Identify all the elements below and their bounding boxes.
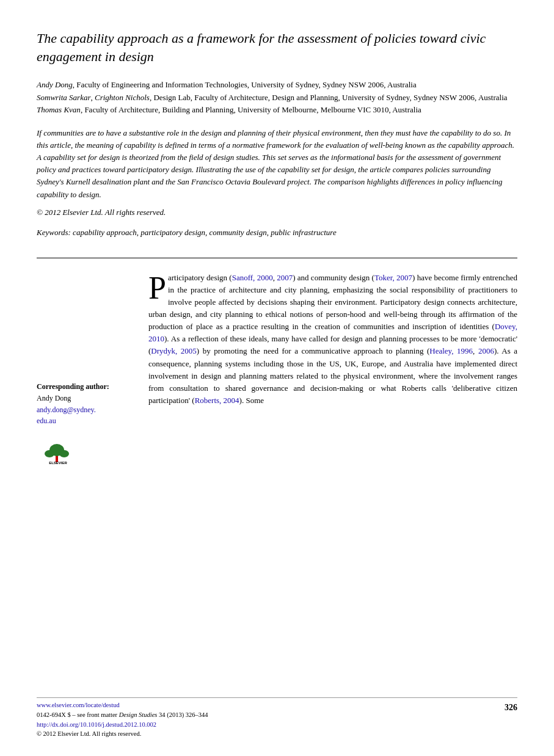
ref-sanoff-2007[interactable]: 2007 <box>277 273 293 282</box>
keywords-label: Keywords: <box>37 228 73 237</box>
drop-cap-letter: P <box>148 272 168 302</box>
footer-left: www.elsevier.com/locate/destud 0142-694X… <box>37 700 208 739</box>
ref-drydyk-2005[interactable]: Drydyk, 2005 <box>151 346 197 355</box>
two-column-layout: Corresponding author: Andy Dong andy.don… <box>37 272 517 465</box>
author-1-affiliation: , Faculty of Engineering and Information… <box>73 80 417 89</box>
ref-healey-1996[interactable]: Healey, 1996 <box>429 346 473 355</box>
corresponding-email: andy.dong@sydney.edu.au <box>37 405 131 426</box>
keywords-values: capability approach, participatory desig… <box>73 228 337 237</box>
footer-divider <box>37 697 517 698</box>
keywords-text: Keywords: capability approach, participa… <box>37 227 517 239</box>
authors-block: Andy Dong, Faculty of Engineering and In… <box>37 79 517 115</box>
footer-content: www.elsevier.com/locate/destud 0142-694X… <box>37 700 517 739</box>
footer-copyright: © 2012 Elsevier Ltd. All rights reserved… <box>37 729 208 739</box>
ref-sanoff-2000[interactable]: Sanoff, 2000 <box>232 273 273 282</box>
author-3-name: Crighton Nichols <box>95 93 150 102</box>
corresponding-email-link[interactable]: andy.dong@sydney.edu.au <box>37 405 96 424</box>
elsevier-logo-svg: ELSEVIER <box>37 438 79 465</box>
corresponding-block: Corresponding author: Andy Dong andy.don… <box>37 382 131 427</box>
ref-dovey-2010[interactable]: Dovey, 2010 <box>148 322 517 343</box>
author-2-3-affiliation: , Design Lab, Faculty of Architecture, D… <box>150 93 508 102</box>
ref-roberts-2004[interactable]: Roberts, 2004 <box>195 396 239 405</box>
section-divider <box>37 258 517 258</box>
footer: www.elsevier.com/locate/destud 0142-694X… <box>37 697 517 739</box>
footer-doi: http://dx.doi.org/10.1016/j.destud.2012.… <box>37 720 208 730</box>
footer-doi-link[interactable]: http://dx.doi.org/10.1016/j.destud.2012.… <box>37 721 156 728</box>
author-1-name: Andy Dong <box>37 80 73 89</box>
copyright-text: © 2012 Elsevier Ltd. All rights reserved… <box>37 207 517 219</box>
ref-healey-2006[interactable]: 2006 <box>478 346 494 355</box>
right-column: Participatory design (Sanoff, 2000, 2007… <box>148 272 517 465</box>
page: The capability approach as a framework f… <box>0 0 554 756</box>
footer-issn: 0142-694X $ – see front matter Design St… <box>37 710 208 720</box>
article-title: The capability approach as a framework f… <box>37 29 517 65</box>
svg-point-3 <box>45 450 54 457</box>
footer-volume: 34 (2013) 326–344 <box>159 711 208 718</box>
corresponding-name: Andy Dong <box>37 393 131 404</box>
corresponding-label: Corresponding author: <box>37 382 131 392</box>
author-4-affiliation: , Faculty of Architecture, Building and … <box>81 105 421 114</box>
svg-point-4 <box>59 450 69 457</box>
svg-text:ELSEVIER: ELSEVIER <box>49 461 67 465</box>
footer-page-number: 326 <box>505 702 517 714</box>
footer-journal: Design Studies <box>119 711 158 718</box>
elsevier-logo: ELSEVIER <box>37 437 79 465</box>
footer-url-link[interactable]: www.elsevier.com/locate/destud <box>37 702 120 708</box>
abstract-text: If communities are to have a substantive… <box>37 127 517 201</box>
left-column: Corresponding author: Andy Dong andy.don… <box>37 272 131 465</box>
author-2-name: Somwrita Sarkar <box>37 93 90 102</box>
ref-toker-2007[interactable]: Toker, 2007 <box>374 273 412 282</box>
author-4-name: Thomas Kvan <box>37 105 81 114</box>
footer-url: www.elsevier.com/locate/destud <box>37 700 208 710</box>
body-text: Participatory design (Sanoff, 2000, 2007… <box>148 272 517 407</box>
body-paragraph-1: Participatory design (Sanoff, 2000, 2007… <box>148 272 517 407</box>
